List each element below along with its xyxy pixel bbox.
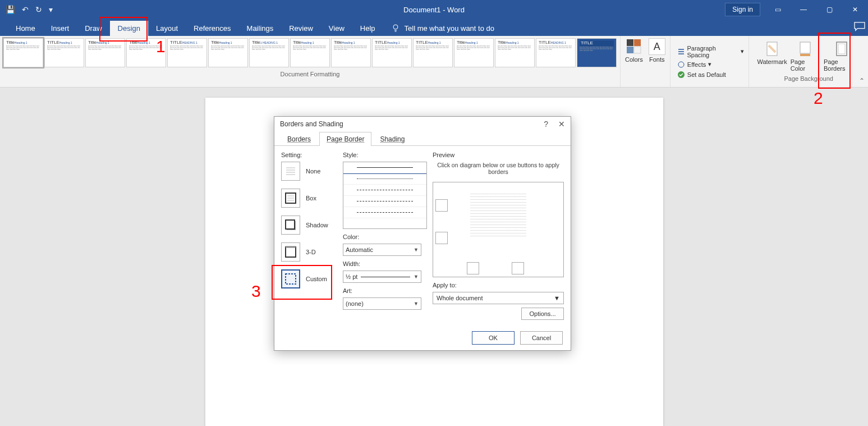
theme-thumb[interactable]: TitleHeading 1text line here text line h…: [290, 38, 330, 67]
tab-layout[interactable]: Layout: [148, 21, 186, 36]
style-dotted[interactable]: [343, 173, 426, 185]
theme-thumb[interactable]: TITLEHeading 1text line here text line h…: [44, 38, 84, 67]
theme-thumb[interactable]: TITLEHeading 1text line here text line h…: [372, 38, 412, 67]
page-borders-label: Page Borders: [824, 58, 860, 72]
fonts-button[interactable]: A Fonts: [649, 38, 665, 63]
paragraph-spacing-button[interactable]: Paragraph Spacing ▾: [677, 45, 745, 58]
undo-icon[interactable]: ↶: [22, 5, 29, 14]
page-color-button[interactable]: Page Color: [791, 40, 820, 72]
maximize-icon[interactable]: ▢: [816, 0, 842, 19]
preview-diagram[interactable]: [433, 182, 564, 277]
border-right-toggle[interactable]: [512, 262, 524, 274]
theme-thumb[interactable]: TitleHeading 1text line here text line h…: [208, 38, 248, 67]
setting-box[interactable]: Box: [281, 189, 337, 208]
tab-review[interactable]: Review: [281, 21, 321, 36]
preview-label: Preview: [433, 152, 564, 158]
tab-view[interactable]: View: [321, 21, 352, 36]
options-button[interactable]: Options...: [521, 308, 564, 320]
dialog-tab-borders[interactable]: Borders: [280, 132, 318, 146]
tab-draw[interactable]: Draw: [77, 21, 109, 36]
style-listbox[interactable]: [343, 162, 427, 229]
theme-thumb[interactable]: TitleHeading 1text line here text line h…: [85, 38, 125, 67]
dialog-tab-page-border[interactable]: Page Border: [319, 132, 371, 146]
theme-thumb[interactable]: TitleHeading 1text line here text line h…: [454, 38, 494, 67]
qat-more-icon[interactable]: ▾: [49, 5, 53, 14]
theme-gallery[interactable]: TitleHeading 1text line here text line h…: [0, 36, 620, 70]
preview-page-icon: [470, 194, 526, 239]
effects-button[interactable]: Effects ▾: [677, 61, 745, 68]
style-dashed[interactable]: [343, 196, 426, 207]
svg-rect-9: [800, 54, 810, 56]
svg-rect-16: [286, 274, 296, 284]
theme-thumb[interactable]: TITLEtext line here text line here text …: [577, 38, 617, 67]
watermark-icon: [764, 40, 780, 57]
border-top-toggle[interactable]: [435, 199, 448, 212]
dialog-tab-shading[interactable]: Shading: [373, 132, 412, 146]
style-dash-dot[interactable]: [343, 207, 426, 218]
style-dashed-sparse[interactable]: [343, 185, 426, 196]
setting-shadow[interactable]: Shadow: [281, 216, 337, 235]
fonts-label: Fonts: [649, 56, 665, 63]
theme-thumb[interactable]: TitleHeading 1text line here text line h…: [331, 38, 371, 67]
color-combo[interactable]: Automatic▼: [343, 244, 421, 256]
svg-point-5: [678, 62, 684, 67]
ok-button[interactable]: OK: [472, 331, 515, 345]
border-bottom-toggle[interactable]: [435, 232, 448, 244]
check-icon: [677, 71, 685, 79]
dialog-titlebar: Borders and Shading ? ✕: [274, 117, 571, 131]
tab-home[interactable]: Home: [8, 21, 43, 36]
dialog-close-icon[interactable]: ✕: [558, 120, 565, 129]
apply-to-combo[interactable]: Whole document▼: [433, 292, 564, 304]
tab-design[interactable]: Design: [110, 21, 148, 36]
border-left-toggle[interactable]: [467, 262, 479, 274]
svg-rect-1: [627, 39, 633, 46]
theme-thumb[interactable]: TITLEHeading 1text line here text line h…: [413, 38, 453, 67]
theme-thumb[interactable]: TITLEHEADING 1text line here text line h…: [536, 38, 576, 67]
page-color-label: Page Color: [791, 58, 820, 72]
setting-custom[interactable]: Custom: [281, 269, 337, 288]
minimize-icon[interactable]: —: [791, 0, 816, 19]
theme-thumb[interactable]: TitleHeading 1text line here text line h…: [495, 38, 535, 67]
ribbon-display-icon[interactable]: ▭: [765, 0, 791, 19]
cancel-button[interactable]: Cancel: [520, 331, 563, 345]
svg-rect-2: [634, 39, 641, 46]
close-icon[interactable]: ✕: [842, 0, 868, 19]
document-formatting-group: TitleHeading 1text line here text line h…: [0, 36, 620, 87]
art-combo[interactable]: (none)▼: [343, 297, 421, 310]
tab-insert[interactable]: Insert: [43, 21, 77, 36]
watermark-button[interactable]: Watermark: [757, 40, 787, 72]
dialog-title: Borders and Shading: [280, 120, 343, 128]
colors-button[interactable]: Colors: [625, 38, 643, 63]
width-combo[interactable]: ½ pt▼: [343, 271, 421, 283]
svg-rect-14: [286, 220, 295, 229]
tab-references[interactable]: References: [186, 21, 238, 36]
comments-icon[interactable]: [853, 21, 866, 31]
setting-none[interactable]: None: [281, 162, 337, 181]
collapse-ribbon-icon[interactable]: ⌃: [859, 77, 865, 85]
ribbon: TitleHeading 1text line here text line h…: [0, 36, 868, 88]
setting-label: Setting:: [281, 152, 337, 158]
help-icon[interactable]: ?: [544, 120, 548, 129]
theme-thumb[interactable]: TITLEHEADING 1text line here text line h…: [167, 38, 207, 67]
save-icon[interactable]: 💾: [6, 5, 15, 14]
preview-instructions: Click on diagram below or use buttons to…: [433, 162, 564, 175]
colors-label: Colors: [625, 56, 643, 63]
theme-thumb[interactable]: TitleHeading 1text line here text line h…: [126, 38, 166, 67]
sign-in-button[interactable]: Sign in: [725, 3, 760, 16]
tab-mailings[interactable]: Mailings: [239, 21, 282, 36]
style-label: Style:: [343, 152, 427, 158]
effects-icon: [677, 61, 685, 68]
page-borders-button[interactable]: Page Borders: [824, 40, 860, 72]
theme-thumb[interactable]: Title1 HEADING 1text line here text line…: [249, 38, 289, 67]
tell-me-search[interactable]: Tell me what you want to do: [383, 20, 502, 36]
redo-icon[interactable]: ↻: [35, 5, 42, 14]
theme-thumb[interactable]: TitleHeading 1text line here text line h…: [3, 38, 43, 67]
setting-3d[interactable]: 3-D: [281, 242, 337, 262]
svg-rect-3: [627, 47, 633, 53]
page-borders-icon: [833, 40, 850, 57]
page-background-group: Watermark Page Color Page Borders Page B…: [748, 36, 868, 87]
fonts-icon: A: [649, 38, 665, 55]
tab-help[interactable]: Help: [352, 21, 383, 36]
set-default-button[interactable]: Set as Default: [677, 71, 745, 79]
style-solid[interactable]: [343, 162, 426, 173]
